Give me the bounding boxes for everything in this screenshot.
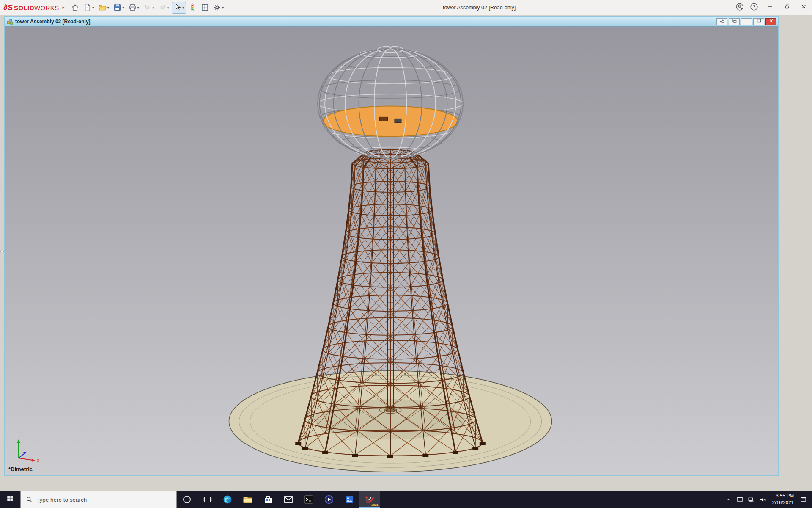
app-window-controls: ? — [732, 0, 812, 15]
orientation-triad[interactable]: x — [12, 437, 43, 463]
media-player-app-icon — [324, 494, 334, 505]
undo-icon — [143, 3, 151, 11]
select-button[interactable]: ▾ — [172, 2, 186, 14]
brand-name-light: WORKS — [34, 4, 59, 11]
windows-logo-icon — [6, 495, 14, 504]
undo-button[interactable]: ▾ — [142, 2, 156, 14]
edge-app-button[interactable] — [217, 491, 238, 508]
svg-text:x: x — [37, 458, 39, 463]
chevron-down-icon[interactable]: ▾ — [182, 6, 184, 10]
close-button[interactable] — [795, 0, 812, 15]
redo-icon — [159, 3, 167, 11]
document-cascade-button[interactable] — [729, 18, 740, 25]
task-view-app-icon — [202, 494, 212, 505]
file-properties-icon — [201, 3, 209, 11]
tower-assembly-model[interactable] — [5, 27, 778, 475]
app-title-bar: ∂S SOLID WORKS ▸ ▾▾▾▾▾▾▾▾ tower Assembly… — [0, 0, 812, 15]
app-version-badge: 2021 — [371, 503, 378, 507]
terminal-app-button[interactable] — [299, 491, 319, 508]
rebuild-button[interactable] — [187, 2, 198, 14]
view-orientation-label: *Dimetric — [8, 466, 33, 472]
open-button[interactable]: ▾ — [97, 2, 111, 14]
menu-expand-arrow-icon[interactable]: ▸ — [63, 5, 65, 10]
account-icon — [735, 3, 744, 13]
close-icon — [768, 18, 774, 25]
mail-app-button[interactable] — [278, 491, 299, 508]
chevron-down-icon[interactable]: ▾ — [122, 6, 124, 10]
taskbar-search[interactable] — [20, 491, 177, 508]
display-icon — [736, 496, 743, 503]
terminal-app-icon — [304, 494, 314, 505]
tray-display-button[interactable] — [734, 491, 746, 508]
store-app-button[interactable] — [258, 491, 278, 508]
restore-button[interactable] — [778, 0, 795, 15]
save-button[interactable]: ▾ — [112, 2, 126, 14]
new-window-icon — [719, 18, 725, 25]
document-new-window-button[interactable] — [716, 18, 727, 25]
file-properties-button[interactable] — [199, 2, 211, 14]
account-button[interactable] — [732, 0, 747, 15]
document-maximize-button[interactable] — [753, 18, 764, 25]
tray-network-button[interactable] — [746, 491, 757, 508]
clock-date: 2/16/2021 — [772, 500, 794, 506]
assembly-document-icon — [7, 19, 13, 25]
new-document-icon — [83, 3, 91, 11]
task-view-app-button[interactable] — [197, 491, 217, 508]
cortana-app-icon — [182, 494, 192, 505]
start-button[interactable] — [0, 491, 20, 508]
chevron-down-icon[interactable]: ▾ — [167, 6, 170, 10]
svg-text:?: ? — [753, 4, 756, 9]
new-document-button[interactable]: ▾ — [82, 2, 96, 14]
options-icon — [213, 3, 221, 11]
tray-volume-muted-button[interactable] — [757, 491, 768, 508]
document-minimize-button[interactable] — [741, 18, 752, 25]
clock-time: 3:55 PM — [772, 493, 794, 500]
window-title: tower Assembly 02 [Read-only] — [226, 5, 732, 11]
taskbar-clock[interactable]: 3:55 PM 2/16/2021 — [768, 493, 798, 506]
document-title-bar[interactable]: tower Assembly 02 [Read-only] — [5, 17, 778, 26]
taskbar: 2021 3:55 PM 2/16/2021 — [0, 491, 812, 508]
media-player-app-button[interactable] — [319, 491, 339, 508]
search-input[interactable] — [36, 497, 171, 503]
help-button[interactable]: ? — [747, 0, 761, 15]
home-button[interactable] — [69, 2, 81, 14]
action-center-button[interactable] — [798, 491, 809, 508]
chevron-down-icon[interactable]: ▾ — [222, 6, 224, 10]
chevron-down-icon[interactable]: ▾ — [92, 6, 94, 10]
redo-button[interactable]: ▾ — [157, 2, 171, 14]
store-app-icon — [263, 494, 273, 505]
file-explorer-app-button[interactable] — [238, 491, 258, 508]
document-title: tower Assembly 02 [Read-only] — [15, 19, 715, 25]
open-icon — [99, 3, 107, 11]
select-icon — [173, 3, 181, 11]
taskbar-app-buttons: 2021 — [177, 491, 380, 508]
photos-app-icon — [344, 494, 354, 505]
chevron-down-icon[interactable]: ▾ — [152, 6, 154, 10]
network-icon — [748, 496, 755, 503]
document-close-button[interactable] — [765, 18, 776, 25]
print-button[interactable]: ▾ — [127, 2, 141, 14]
left-panel-strip — [0, 15, 4, 491]
brand-name-bold: SOLID — [14, 4, 34, 11]
help-icon: ? — [750, 3, 758, 13]
graphics-viewport[interactable]: x *Dimetric — [5, 26, 778, 475]
volume-muted-icon — [759, 496, 766, 503]
save-icon — [113, 3, 121, 11]
photos-app-button[interactable] — [339, 491, 359, 508]
chevron-down-icon[interactable]: ▾ — [107, 6, 110, 10]
tray-hidden-icons-button[interactable] — [723, 491, 734, 508]
document-window: tower Assembly 02 [Read-only] x *Dimetri… — [4, 16, 779, 476]
show-desktop-button[interactable] — [809, 491, 812, 508]
print-icon — [129, 3, 137, 11]
cascade-icon — [732, 18, 737, 25]
desktop-screen: ∂S SOLID WORKS ▸ ▾▾▾▾▾▾▾▾ tower Assembly… — [0, 0, 812, 508]
solidworks-app-button[interactable]: 2021 — [359, 491, 380, 508]
restore-icon — [783, 3, 790, 12]
options-button[interactable]: ▾ — [211, 2, 226, 14]
cortana-app-button[interactable] — [177, 491, 197, 508]
panel-splitter-handle[interactable] — [0, 250, 4, 253]
minimize-button[interactable] — [761, 0, 778, 15]
edge-app-icon — [222, 494, 233, 505]
chevron-down-icon[interactable]: ▾ — [137, 6, 140, 10]
file-explorer-app-icon — [243, 494, 253, 505]
